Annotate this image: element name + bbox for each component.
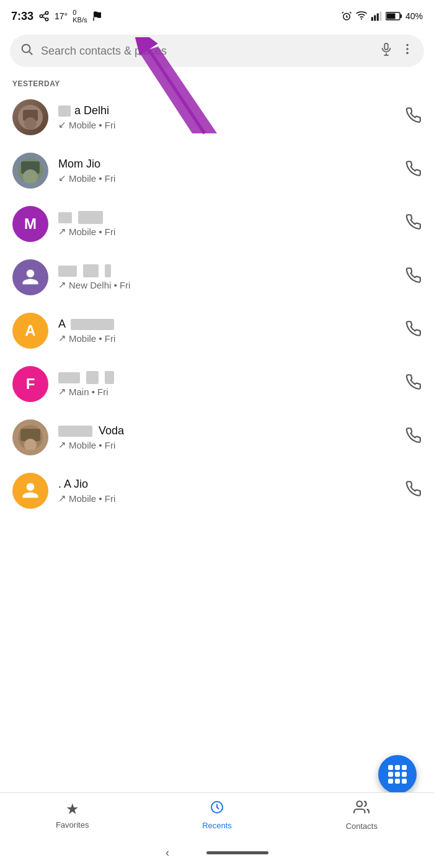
contact-name (58, 371, 396, 384)
svg-point-9 (361, 18, 362, 19)
contact-detail: ↗ Mobile • Fri (58, 493, 396, 504)
svg-rect-15 (400, 14, 402, 18)
contact-detail: ↗ Mobile • Fri (58, 226, 396, 237)
gesture-bar: ‹ (0, 837, 434, 868)
contact-item[interactable]: Mom Jio ↙ Mobile • Fri (0, 144, 434, 197)
svg-point-22 (406, 44, 409, 47)
call-button[interactable] (405, 427, 422, 447)
flag-icon (92, 11, 103, 22)
svg-rect-13 (379, 12, 381, 21)
blurred-name-part3 (105, 371, 114, 384)
section-label-text: YESTERDAY (12, 79, 60, 88)
contact-name-text: a Delhi (74, 104, 109, 117)
contact-info: ↗ Main • Fri (58, 371, 396, 397)
svg-point-23 (406, 48, 409, 50)
contact-detail: ↗ Main • Fri (58, 386, 396, 397)
home-gesture-pill[interactable] (206, 851, 268, 854)
search-input[interactable] (41, 45, 372, 58)
dialpad-icon (388, 765, 407, 784)
avatar (12, 473, 48, 509)
battery-percent: 40% (405, 11, 423, 21)
call-direction-icon: ↗ (58, 386, 66, 397)
call-direction-icon: ↗ (58, 333, 66, 344)
svg-point-38 (357, 801, 363, 807)
contact-item[interactable]: M ↗ Mobile • Fri (0, 197, 434, 251)
nav-favorites[interactable]: ★ Favorites (0, 793, 144, 837)
contact-name: Voda (58, 424, 396, 437)
status-time: 7:33 17° 0KB/s (11, 9, 103, 24)
contact-info: ↗ New Delhi • Fri (58, 264, 396, 290)
avatar: M (12, 206, 48, 242)
contact-name (58, 211, 396, 224)
avatar (12, 99, 48, 135)
svg-rect-12 (377, 14, 379, 21)
call-direction-icon: ↙ (58, 172, 66, 184)
call-direction-icon: ↗ (58, 439, 66, 450)
contact-name-text: Mom Jio (58, 158, 100, 171)
contact-detail-text: Mobile • Fri (69, 493, 115, 504)
contact-detail: ↙ Mobile • Fri (58, 119, 396, 130)
blurred-name-part (58, 426, 92, 437)
contacts-icon (353, 799, 370, 819)
contact-name: Mom Jio (58, 158, 396, 171)
avatar (12, 259, 48, 295)
wifi-icon (356, 11, 367, 22)
contact-info: Voda ↗ Mobile • Fri (58, 424, 396, 450)
contacts-list: a Delhi ↙ Mobile • Fri Mom Jio ↙ Mobile … (0, 91, 434, 517)
contact-name: A (58, 318, 396, 331)
call-button[interactable] (405, 107, 422, 127)
alarm-icon (341, 11, 352, 22)
svg-point-30 (24, 117, 37, 130)
call-button[interactable] (405, 481, 422, 501)
svg-point-1 (40, 15, 43, 18)
call-direction-icon: ↗ (58, 493, 66, 504)
favorites-icon: ★ (66, 800, 79, 818)
time-display: 7:33 (11, 10, 33, 23)
call-button[interactable] (405, 321, 422, 341)
call-button[interactable] (405, 214, 422, 234)
more-options-icon[interactable] (401, 42, 414, 60)
contact-info: . A Jio ↗ Mobile • Fri (58, 478, 396, 504)
temp-display: 17° (55, 11, 68, 21)
svg-rect-11 (374, 16, 376, 21)
call-button[interactable] (405, 267, 422, 287)
dialpad-fab[interactable] (378, 755, 417, 794)
share-icon (38, 11, 50, 22)
contact-detail: ↗ Mobile • Fri (58, 333, 396, 344)
blurred-name-part (58, 212, 72, 223)
call-button[interactable] (405, 161, 422, 181)
nav-contacts[interactable]: Contacts (290, 793, 434, 837)
search-bar-container (0, 30, 434, 74)
contact-detail-text: Main • Fri (69, 387, 108, 397)
call-direction-icon: ↗ (58, 226, 66, 237)
svg-line-7 (342, 12, 343, 13)
mic-icon[interactable] (379, 42, 393, 60)
blurred-name-part (71, 319, 114, 330)
contact-detail: ↗ Mobile • Fri (58, 439, 396, 450)
svg-line-3 (42, 17, 45, 19)
svg-rect-16 (386, 14, 395, 19)
nav-contacts-label: Contacts (346, 821, 378, 831)
contact-item[interactable]: Voda ↗ Mobile • Fri (0, 411, 434, 464)
contact-item[interactable]: A A ↗ Mobile • Fri (0, 304, 434, 357)
avatar: F (12, 366, 48, 402)
contact-detail-text: New Delhi • Fri (69, 280, 130, 290)
contact-detail-text: Mobile • Fri (69, 173, 115, 184)
contact-info: A ↗ Mobile • Fri (58, 318, 396, 344)
section-label: YESTERDAY (0, 74, 434, 91)
call-button[interactable] (405, 374, 422, 394)
contact-name (58, 264, 396, 277)
bottom-nav: ★ Favorites Recents Contacts (0, 792, 434, 837)
back-button[interactable]: ‹ (166, 846, 169, 859)
contact-item[interactable]: F ↗ Main • Fri (0, 357, 434, 411)
svg-line-4 (42, 14, 45, 16)
search-icon (20, 42, 33, 60)
blurred-name-part2 (86, 371, 99, 384)
contact-item[interactable]: a Delhi ↙ Mobile • Fri (0, 91, 434, 144)
contact-name: a Delhi (58, 104, 396, 117)
nav-recents[interactable]: Recents (144, 793, 289, 837)
search-bar[interactable] (10, 35, 424, 67)
contact-item[interactable]: . A Jio ↗ Mobile • Fri (0, 464, 434, 517)
contact-item[interactable]: ↗ New Delhi • Fri (0, 251, 434, 304)
nav-favorites-label: Favorites (56, 820, 89, 830)
